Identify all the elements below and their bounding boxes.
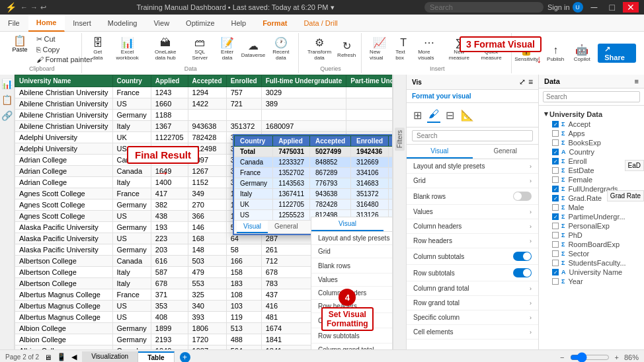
fv-tab-general[interactable]: General <box>473 145 539 159</box>
tab-insert[interactable]: Insert <box>65 15 100 32</box>
toggle-switch[interactable] <box>513 192 532 201</box>
maximize-button[interactable]: □ <box>606 2 619 13</box>
back-icon[interactable]: ← <box>20 3 28 12</box>
layout-icon[interactable]: ⊟ <box>444 108 456 123</box>
data-search-input[interactable] <box>543 91 640 102</box>
excel-button[interactable]: 📊 Excel workbook <box>111 36 144 62</box>
data-field-checkbox[interactable] <box>552 260 559 266</box>
format-search-input[interactable] <box>412 130 533 141</box>
format-panel-item[interactable]: Values› <box>407 205 538 219</box>
data-field-checkbox[interactable]: ✓ <box>552 158 559 164</box>
format-panel-item[interactable]: Row grand total› <box>407 296 538 310</box>
add-page-button[interactable]: + <box>180 352 190 363</box>
tab-file[interactable]: File <box>0 15 28 32</box>
copilot-button[interactable]: 🤖 Copilot <box>571 44 592 63</box>
overlay-tab-general[interactable]: General <box>268 221 305 233</box>
nav-prev[interactable]: ◀ <box>71 353 77 361</box>
data-field-item[interactable]: ✓ΣAccept <box>542 120 641 129</box>
data-field-item[interactable]: ΣFemale <box>542 175 641 184</box>
tab-visualization[interactable]: Visualization <box>82 351 138 362</box>
undo-icon[interactable]: ↩ <box>40 3 46 12</box>
close-button[interactable]: ✕ <box>623 2 639 13</box>
paste-button[interactable]: 📋 Paste <box>7 34 33 64</box>
visual-panel-item[interactable]: Grid› <box>311 245 393 258</box>
data-field-item[interactable]: ΣApps <box>542 129 641 138</box>
get-data-button[interactable]: 🗄 Get data <box>87 36 108 62</box>
recent-data-button[interactable]: 🕐 Recent data <box>268 36 294 62</box>
data-field-checkbox[interactable] <box>552 139 559 146</box>
toggle-switch[interactable] <box>513 252 532 261</box>
data-field-checkbox[interactable]: ✓ <box>552 186 559 192</box>
enter-data-button[interactable]: 📝 Enter data <box>216 36 239 62</box>
data-field-checkbox[interactable] <box>552 130 559 137</box>
overlay-tab-visual[interactable]: Visual <box>237 221 268 233</box>
data-panel-menu-icon[interactable]: ≡ <box>635 77 639 85</box>
transform-button[interactable]: ⚙ Transform data <box>304 36 335 62</box>
format-panel-item[interactable]: Column headers› <box>407 219 538 234</box>
data-field-item[interactable]: ΣYear <box>542 277 641 286</box>
data-field-item[interactable]: ΣMale <box>542 203 641 212</box>
chart-icon[interactable]: 📊 <box>0 77 14 90</box>
format-panel-item[interactable]: Grid› <box>407 174 538 188</box>
data-field-checkbox[interactable] <box>552 250 559 257</box>
toggle-switch[interactable] <box>513 268 532 277</box>
text-box-button[interactable]: T Text box <box>393 36 414 62</box>
fv-tab-visual[interactable]: Visual <box>407 145 473 159</box>
dataverse-button[interactable]: ☁ Dataverse <box>241 40 264 59</box>
panel-close-icon[interactable]: ≡ <box>528 77 533 87</box>
data-field-item[interactable]: ✓AUniversity Name <box>542 268 641 277</box>
brush-icon[interactable]: 🖌 <box>427 107 440 123</box>
data-field-item[interactable]: ΣBooksExp <box>542 138 641 147</box>
publish-button[interactable]: ↑ Publish <box>545 44 566 63</box>
refresh-button[interactable]: ↻ Refresh <box>336 40 357 59</box>
visual-panel-item[interactable]: Layout and style presets› <box>311 232 393 245</box>
zoom-out-icon[interactable]: − <box>560 353 564 361</box>
data-field-checkbox[interactable] <box>552 241 559 248</box>
model-icon[interactable]: 🔗 <box>0 109 14 122</box>
format-panel-item[interactable]: Blank rows <box>407 188 538 205</box>
tab-modeling[interactable]: Modeling <box>100 15 146 32</box>
onelake-button[interactable]: 🏔 OneLake data hub <box>147 36 184 62</box>
format-panel-item[interactable]: Layout and style presets› <box>407 159 538 174</box>
expand-icon[interactable]: ⤢ <box>519 77 526 87</box>
view-icon-2[interactable]: 📱 <box>57 353 66 361</box>
minimize-button[interactable]: ─ <box>587 2 602 13</box>
tab-optimize[interactable]: Optimize <box>178 15 223 32</box>
format-panel-item[interactable]: Specific column› <box>407 310 538 325</box>
new-visual-button[interactable]: 📈 New visual <box>367 36 391 62</box>
format-panel-item[interactable]: Column grand total› <box>407 281 538 296</box>
zoom-slider[interactable] <box>570 352 610 363</box>
sign-in-button[interactable]: Sign in U <box>547 2 583 13</box>
tab-data-drill[interactable]: Data / Drill <box>296 15 346 32</box>
tab-format[interactable]: Format <box>255 15 296 32</box>
data-section-header[interactable]: ▾University Data <box>542 108 641 120</box>
visual-panel-item[interactable]: Values› <box>311 273 393 287</box>
data-field-checkbox[interactable] <box>552 167 559 174</box>
global-search-input[interactable] <box>424 2 543 13</box>
view-icon-1[interactable]: 🖥 <box>44 353 52 361</box>
tab-home[interactable]: Home <box>28 15 65 32</box>
format-panel-item[interactable]: Row headers› <box>407 234 538 248</box>
data-field-checkbox[interactable]: ✓ <box>552 121 559 127</box>
dropdown-icon[interactable]: ▾ <box>331 3 335 11</box>
more-visuals-button[interactable]: ⋯ More visuals <box>415 36 443 62</box>
data-field-checkbox[interactable] <box>552 204 559 211</box>
share-button[interactable]: ↗ Share <box>598 44 636 63</box>
data-field-checkbox[interactable]: ✓ <box>552 149 559 155</box>
data-field-checkbox[interactable]: ✓ <box>552 195 559 201</box>
filters-label[interactable]: Filters <box>395 127 405 151</box>
sql-server-button[interactable]: 🗃 SQL Server <box>187 36 213 62</box>
data-field-checkbox[interactable] <box>552 176 559 183</box>
data-field-checkbox[interactable] <box>552 278 559 285</box>
table-icon[interactable]: ⊞ <box>412 108 423 123</box>
data-field-checkbox[interactable] <box>552 223 559 229</box>
data-icon[interactable]: 📋 <box>0 93 14 106</box>
visual-tab-general[interactable]: General <box>383 217 393 231</box>
visual-tab-visual[interactable]: Visual <box>311 217 383 231</box>
data-field-checkbox[interactable]: ✓ <box>552 269 559 275</box>
format-panel-item[interactable]: Cell elements› <box>407 325 538 340</box>
format-panel-item[interactable]: Column subtotals <box>407 248 538 265</box>
visual-panel-item[interactable]: Column grand total› <box>311 344 393 349</box>
data-field-checkbox[interactable]: ✓ <box>552 213 559 220</box>
data-field-item[interactable]: ΣStudentsFaculty... <box>542 258 641 268</box>
